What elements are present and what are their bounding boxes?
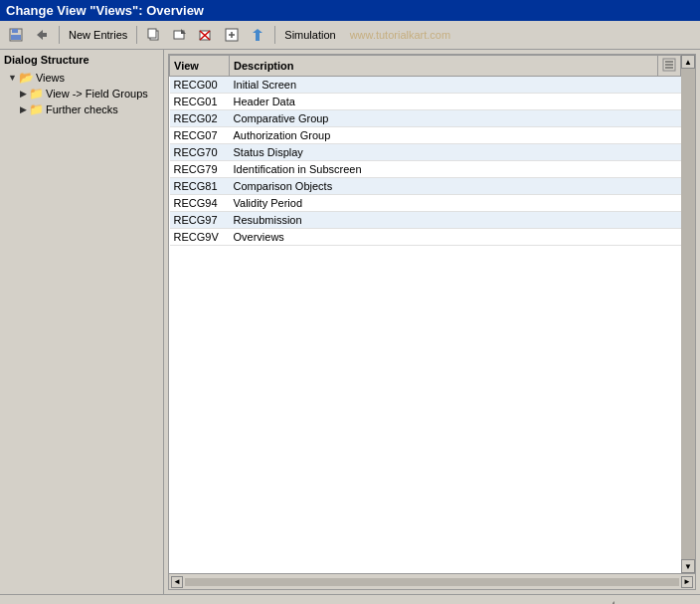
cell-view: RECG81 — [170, 178, 230, 195]
cell-view: RECG00 — [170, 77, 230, 94]
table-row[interactable]: RECG01Header Data — [170, 94, 681, 110]
cell-view: RECG07 — [170, 127, 230, 144]
copy-button[interactable] — [142, 24, 166, 46]
scroll-right-arrow[interactable]: ► — [681, 576, 693, 588]
data-table-wrapper: View Description — [168, 54, 696, 590]
tree-label-further-checks: Further checks — [46, 103, 118, 115]
svg-marker-3 — [37, 30, 47, 40]
cell-description: Initial Screen — [230, 77, 658, 94]
bottom-bar: Position... Entry 1 of 10 — [0, 594, 700, 604]
tree-item-field-groups[interactable]: ▶ 📁 View -> Field Groups — [20, 86, 159, 101]
svg-marker-7 — [181, 29, 186, 34]
cell-view: RECG97 — [170, 212, 230, 229]
cell-description: Validity Period — [230, 195, 658, 212]
back-icon — [34, 27, 50, 43]
cell-description: Overviews — [230, 229, 658, 246]
delete-icon — [198, 27, 214, 43]
folder-closed-icon-2: 📁 — [29, 102, 44, 116]
table-row[interactable]: RECG97Resubmission — [170, 212, 681, 229]
col-header-description: Description — [230, 56, 658, 77]
table-row[interactable]: RECG70Status Display — [170, 144, 681, 161]
cell-view: RECG9V — [170, 229, 230, 246]
svg-marker-14 — [253, 29, 262, 41]
table-row[interactable]: RECG79Identification in Subscreen — [170, 161, 681, 178]
cell-empty — [658, 144, 681, 161]
table-row[interactable]: RECG9VOverviews — [170, 229, 681, 246]
toolbar-separator-2 — [136, 26, 137, 44]
table-scroll-area[interactable]: View Description — [169, 55, 681, 573]
folder-closed-icon-1: 📁 — [29, 87, 44, 101]
table-area: View Description — [164, 50, 700, 594]
title-bar: Change View "Views": Overview — [0, 0, 700, 21]
watermark: www.tutorialkart.com — [350, 29, 450, 41]
cell-empty — [658, 161, 681, 178]
cell-empty — [658, 195, 681, 212]
tree-expand-arrow: ▼ — [8, 73, 17, 83]
tree-label-views: Views — [36, 72, 65, 84]
scroll-left-arrow[interactable]: ◄ — [171, 576, 183, 588]
new-entries-label: New Entries — [69, 29, 127, 41]
table-row[interactable]: RECG02Comparative Group — [170, 110, 681, 127]
h-scroll-track — [185, 578, 679, 586]
table-row[interactable]: RECG07Authorization Group — [170, 127, 681, 144]
scroll-up-arrow[interactable]: ▲ — [681, 55, 695, 69]
table-settings-icon — [662, 58, 676, 72]
svg-rect-5 — [148, 29, 156, 38]
tree-leaf-arrow: ▶ — [20, 89, 27, 99]
cell-description: Comparative Group — [230, 110, 658, 127]
tool-btn-5[interactable] — [220, 24, 244, 46]
cell-view: RECG01 — [170, 94, 230, 110]
tree-item-further-checks[interactable]: ▶ 📁 Further checks — [20, 101, 159, 117]
export-button[interactable] — [246, 24, 269, 46]
svg-rect-1 — [12, 29, 18, 33]
save-button[interactable] — [4, 24, 28, 46]
position-button[interactable]: Position... — [520, 601, 613, 605]
table-row[interactable]: RECG81Comparison Objects — [170, 178, 681, 195]
right-scrollbar[interactable]: ▲ ▼ — [681, 55, 695, 573]
cell-empty — [658, 94, 681, 110]
scroll-track — [681, 69, 695, 559]
cell-empty — [658, 178, 681, 195]
dialog-structure-title: Dialog Structure — [4, 54, 159, 66]
export-icon — [250, 27, 265, 43]
new-entries-button[interactable]: New Entries — [65, 26, 131, 44]
copy-icon — [146, 27, 162, 43]
title-text: Change View "Views": Overview — [6, 3, 204, 18]
cell-empty — [658, 77, 681, 94]
h-scroll-bar[interactable]: ◄ ► — [169, 573, 695, 589]
col-header-view: View — [170, 56, 230, 77]
table-row[interactable]: RECG00Initial Screen — [170, 77, 681, 94]
back-button[interactable] — [30, 24, 54, 46]
folder-open-icon: 📂 — [19, 71, 34, 85]
cell-view: RECG94 — [170, 195, 230, 212]
cell-description: Authorization Group — [230, 127, 658, 144]
dialog-structure-panel: Dialog Structure ▼ 📂 Views ▶ 📁 View -> F… — [0, 50, 164, 594]
tree-item-views[interactable]: ▼ 📂 Views — [8, 70, 159, 86]
cell-view: RECG02 — [170, 110, 230, 127]
cell-empty — [658, 212, 681, 229]
scroll-down-arrow[interactable]: ▼ — [681, 559, 695, 573]
tree-label-field-groups: View -> Field Groups — [46, 88, 148, 100]
tree-leaf-arrow-2: ▶ — [20, 104, 27, 114]
cell-empty — [658, 127, 681, 144]
move-button[interactable] — [168, 24, 192, 46]
delete-button[interactable] — [194, 24, 218, 46]
description-header-label: Description — [234, 60, 294, 72]
col-header-icon — [658, 56, 681, 77]
simulation-label: Simulation — [284, 29, 335, 41]
move-icon — [172, 27, 188, 43]
main-content: Dialog Structure ▼ 📂 Views ▶ 📁 View -> F… — [0, 50, 700, 594]
data-table: View Description — [169, 55, 681, 246]
toolbar-separator-3 — [274, 26, 275, 44]
toolbar: New Entries — [0, 21, 700, 50]
table-row[interactable]: RECG94Validity Period — [170, 195, 681, 212]
cell-description: Identification in Subscreen — [230, 161, 658, 178]
cell-description: Comparison Objects — [230, 178, 658, 195]
svg-rect-2 — [11, 35, 21, 40]
cell-description: Resubmission — [230, 212, 658, 229]
save-icon — [8, 27, 24, 43]
view-header-label: View — [174, 60, 199, 72]
simulation-button[interactable]: Simulation — [280, 26, 339, 44]
cell-empty — [658, 110, 681, 127]
cell-empty — [658, 229, 681, 246]
